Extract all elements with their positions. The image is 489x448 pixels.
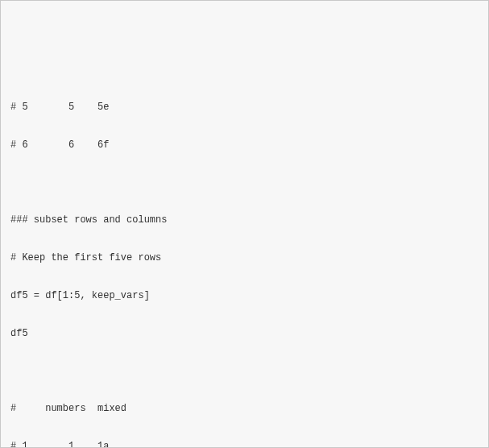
- code-line: # 6 6 6f: [10, 136, 479, 155]
- blank-line: [10, 174, 479, 193]
- blank-line: [10, 362, 479, 380]
- code-block: # 5 5 5e # 6 6 6f ### subset rows and co…: [10, 80, 479, 448]
- code-line: df5 = df[1:5, keep_vars]: [10, 287, 479, 305]
- code-line: # 5 5 5e: [10, 98, 479, 117]
- code-line: # numbers mixed: [10, 400, 479, 418]
- code-line: # Keep the first five rows: [10, 249, 479, 268]
- code-line: df5: [10, 325, 479, 343]
- code-line: ### subset rows and columns: [10, 211, 479, 230]
- code-line: # 1 1 1a: [10, 438, 479, 448]
